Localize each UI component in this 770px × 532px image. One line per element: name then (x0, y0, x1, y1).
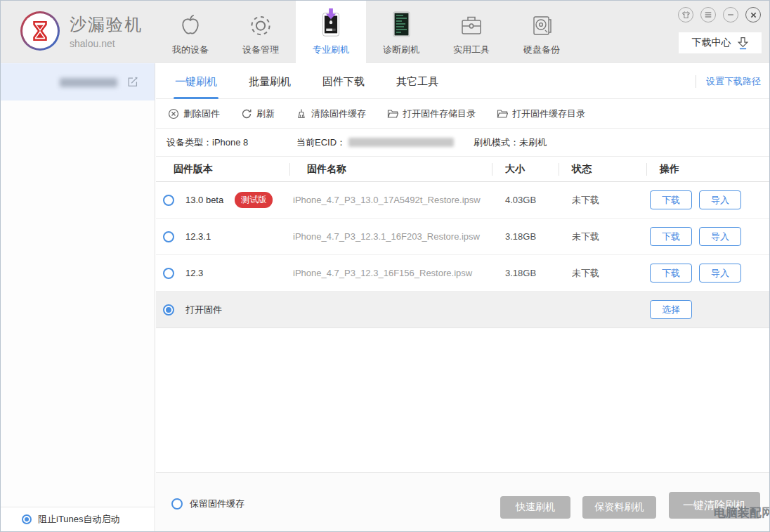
flash-device-icon (315, 8, 346, 39)
keep-data-flash-button[interactable]: 保资料刷机 (582, 496, 656, 519)
app-window: 沙漏验机 shalou.net 我的设备 (0, 0, 770, 532)
apple-icon (178, 8, 203, 39)
table-row: 12.3.1 iPhone_4.7_P3_12.3.1_16F203_Resto… (156, 219, 769, 255)
ecid-label: 当前ECID： (296, 136, 346, 149)
download-button[interactable]: 下载 (650, 264, 692, 283)
app-subtitle: shalou.net (70, 38, 143, 49)
nav-device-management[interactable]: 设备管理 (226, 1, 296, 63)
nav-utilities[interactable]: 实用工具 (436, 1, 507, 63)
toolbar: 删除固件 刷新 清除固 (156, 99, 769, 129)
download-center-button[interactable]: 下载中心 (679, 32, 762, 53)
folder-icon (497, 108, 508, 119)
menu-button[interactable] (700, 7, 716, 22)
main-nav: 我的设备 设备管理 (155, 1, 577, 63)
table-row: 13.0 beta 测试版 iPhone_4.7_P3_13.0_17A5492… (156, 182, 769, 219)
nav-professional-flash[interactable]: 专业刷机 (296, 1, 366, 63)
import-button[interactable]: 导入 (699, 190, 741, 209)
table-header: 固件版本 固件名称 大小 状态 操作 (156, 157, 769, 182)
firmware-radio[interactable] (163, 268, 174, 279)
firmware-version: 12.3 (185, 268, 203, 278)
disk-backup-icon (528, 8, 556, 39)
firmware-radio[interactable] (163, 231, 174, 242)
open-firmware-label: 打开固件 (185, 304, 222, 316)
tab-firmware-download[interactable]: 固件下载 (322, 63, 365, 99)
tab-batch-flash[interactable]: 批量刷机 (249, 63, 291, 99)
close-button[interactable] (745, 7, 761, 22)
one-key-clear-flash-button[interactable]: 一键清除刷机 (669, 492, 760, 519)
firmware-radio[interactable] (163, 195, 174, 206)
nav-label: 硬盘备份 (523, 44, 560, 56)
content-spacer (156, 328, 769, 472)
tab-one-key-flash[interactable]: 一键刷机 (175, 63, 217, 99)
device-type-value: iPhone 8 (212, 137, 248, 148)
col-size: 大小 (492, 163, 559, 176)
firmware-filename: iPhone_4.7_P3_12.3.1_16F203_Restore.ipsw (293, 231, 480, 242)
flash-mode-value: 未刷机 (519, 136, 547, 149)
nav-label: 诊断刷机 (383, 44, 419, 56)
tab-bar: 一键刷机 批量刷机 固件下载 其它工具 设置下载路径 (156, 63, 769, 99)
col-actions: 操作 (646, 163, 769, 176)
footer-bar: 保留固件缓存 快速刷机 保资料刷机 一键清除刷机 电脑装配网 (156, 472, 769, 531)
download-button[interactable]: 下载 (650, 190, 692, 209)
circle-x-icon (168, 108, 179, 119)
edit-device-name-icon[interactable] (126, 75, 139, 88)
fast-flash-button[interactable]: 快速刷机 (500, 496, 570, 519)
firmware-status: 未下载 (559, 267, 646, 280)
open-firmware-cache-dir-button[interactable]: 打开固件缓存目录 (497, 108, 585, 120)
download-button[interactable]: 下载 (650, 227, 692, 246)
header: 沙漏验机 shalou.net 我的设备 (1, 1, 769, 63)
tool-label: 刷新 (256, 108, 275, 120)
firmware-size: 3.18GB (492, 268, 559, 278)
open-firmware-radio[interactable] (163, 304, 174, 316)
firmware-filename: iPhone_4.7_P3_12.3_16F156_Restore.ipsw (293, 268, 472, 278)
download-arrow-icon (737, 36, 749, 50)
keep-cache-option[interactable]: 保留固件缓存 (171, 498, 244, 510)
col-status: 状态 (559, 163, 646, 176)
refresh-icon (241, 108, 252, 119)
delete-firmware-button[interactable]: 删除固件 (168, 108, 220, 120)
firmware-version: 12.3.1 (185, 231, 211, 242)
firmware-filename: iPhone_4.7_P3_13.0_17A5492t_Restore.ipsw (293, 195, 481, 205)
clear-firmware-cache-button[interactable]: 清除固件缓存 (296, 108, 366, 120)
import-button[interactable]: 导入 (699, 227, 741, 246)
tab-other-tools[interactable]: 其它工具 (396, 63, 438, 99)
keep-cache-label: 保留固件缓存 (190, 498, 244, 510)
open-firmware-storage-dir-button[interactable]: 打开固件存储目录 (387, 108, 476, 120)
gear-icon (247, 8, 274, 39)
keep-cache-radio[interactable] (171, 498, 183, 510)
toolbox-icon (457, 8, 485, 39)
block-itunes-option[interactable]: 阻止iTunes自动启动 (1, 507, 155, 531)
col-firmware-version: 固件版本 (156, 163, 289, 176)
brush-icon (296, 108, 307, 119)
ecid-value-redacted (348, 138, 454, 147)
firmware-status: 未下载 (559, 231, 646, 243)
nav-disk-backup[interactable]: 硬盘备份 (507, 1, 577, 63)
firmware-status: 未下载 (559, 194, 646, 207)
sidebar-device-item[interactable] (1, 63, 155, 100)
set-download-path-link[interactable]: 设置下载路径 (696, 75, 761, 88)
table-row: 12.3 iPhone_4.7_P3_12.3_16F156_Restore.i… (156, 255, 769, 292)
device-name-redacted (60, 78, 117, 87)
col-firmware-name: 固件名称 (289, 163, 492, 176)
firmware-version: 13.0 beta (185, 195, 223, 205)
nav-diagnostic-flash[interactable]: 诊断刷机 (366, 1, 436, 63)
device-info-row: 设备类型： iPhone 8 当前ECID： 刷机模式： 未刷机 (156, 129, 769, 157)
nav-my-devices[interactable]: 我的设备 (155, 1, 226, 63)
block-itunes-radio[interactable] (22, 514, 32, 524)
refresh-button[interactable]: 刷新 (241, 108, 275, 120)
sidebar: 阻止iTunes自动启动 (1, 63, 155, 531)
tool-label: 打开固件存储目录 (403, 108, 476, 120)
hourglass-logo-icon (20, 11, 60, 51)
minimize-button[interactable] (723, 7, 738, 22)
flash-mode-label: 刷机模式： (474, 136, 519, 149)
choose-firmware-button[interactable]: 选择 (650, 300, 692, 319)
beta-badge: 测试版 (235, 192, 273, 208)
download-center-label: 下载中心 (692, 37, 731, 49)
nav-label: 专业刷机 (313, 44, 349, 56)
block-itunes-label: 阻止iTunes自动启动 (38, 513, 120, 526)
import-button[interactable]: 导入 (699, 264, 741, 283)
tool-label: 删除固件 (183, 108, 220, 120)
app-title: 沙漏验机 (70, 13, 143, 36)
nav-label: 设备管理 (242, 44, 279, 56)
theme-button[interactable] (678, 7, 693, 22)
